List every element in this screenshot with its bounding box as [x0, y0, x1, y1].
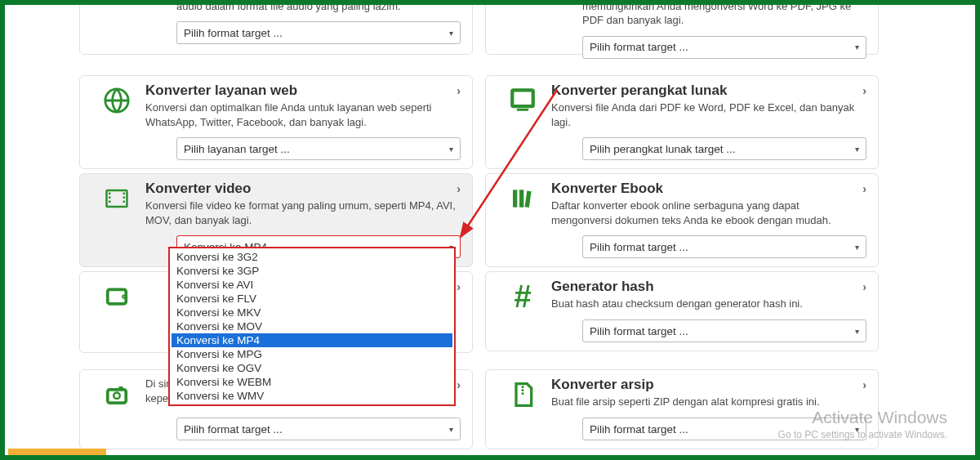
dropdown-option[interactable]: Konversi ke MKV — [172, 306, 452, 319]
dropdown-option[interactable]: Konversi ke WEBM — [172, 375, 452, 389]
select-label: Pilih format target ... — [590, 241, 688, 253]
books-icon — [506, 184, 539, 213]
card-desc: Konversi dan optimalkan file Anda untuk … — [145, 100, 456, 129]
svg-rect-5 — [109, 197, 111, 199]
card-desc: Konverter audio online serbaguna yang me… — [176, 0, 456, 13]
select-label: Pilih format target ... — [590, 423, 688, 435]
select-label: Pilih layanan target ... — [184, 143, 290, 155]
card-title: Konverter perangkat lunak — [551, 83, 862, 99]
svg-rect-12 — [525, 190, 532, 208]
hash-icon: # — [506, 282, 539, 311]
card-title: Generator hash — [551, 279, 862, 295]
svg-rect-8 — [123, 197, 126, 199]
select-label: Pilih format target ... — [184, 27, 283, 39]
card-desc: Konversi file video ke format yang palin… — [145, 199, 456, 227]
svg-rect-2 — [517, 109, 528, 111]
card-title: Konverter Ebook — [551, 181, 862, 197]
card-desc: Konversi file Anda dari PDF ke Word, PDF… — [551, 100, 862, 129]
chevron-right-icon: › — [862, 182, 866, 195]
svg-point-16 — [114, 393, 120, 400]
select-archive-format[interactable]: Pilih format target ... ▾ — [582, 418, 866, 440]
chevron-down-icon: ▾ — [855, 243, 859, 252]
dropdown-option[interactable]: Konversi ke AVI — [172, 278, 452, 292]
svg-rect-9 — [123, 201, 126, 203]
card-audio[interactable]: Konverter audio online serbaguna yang me… — [79, 0, 473, 55]
select-software[interactable]: Pilih perangkat lunak target ... ▾ — [582, 137, 866, 160]
svg-rect-4 — [109, 193, 111, 195]
chevron-right-icon: › — [457, 182, 461, 195]
chevron-right-icon: › — [862, 378, 866, 391]
card-desc: Pemilihan konverter dokumen gratis kami … — [582, 0, 862, 28]
card-ebook[interactable]: Konverter Ebook Daftar konverter ebook o… — [485, 173, 879, 267]
select-image-format[interactable]: Pilih format target ... ▾ — [176, 418, 461, 440]
tablet-icon — [100, 282, 133, 311]
svg-rect-10 — [513, 190, 517, 207]
dropdown-option[interactable]: Konversi ke MP4 — [172, 333, 452, 347]
dropdown-option[interactable]: Konversi ke FLV — [172, 292, 452, 306]
dropdown-option[interactable]: Konversi ke OGV — [172, 361, 452, 375]
svg-rect-11 — [519, 190, 523, 207]
chevron-down-icon: ▾ — [449, 29, 453, 38]
card-desc: Buat hash atau checksum dengan generator… — [551, 297, 862, 311]
software-icon — [506, 86, 539, 115]
select-label: Pilih format target ... — [590, 41, 688, 53]
svg-rect-15 — [108, 390, 127, 403]
chevron-right-icon: › — [457, 84, 461, 97]
svg-rect-17 — [119, 386, 123, 390]
archive-icon — [506, 380, 539, 409]
chevron-right-icon: › — [862, 280, 866, 293]
taskbar-highlight — [8, 449, 106, 455]
dropdown-option[interactable]: Konversi ke 3G2 — [172, 250, 452, 264]
select-document-format[interactable]: Pilih format target ... ▾ — [582, 36, 866, 59]
card-title: Konverter arsip — [551, 377, 862, 393]
card-hash[interactable]: # Generator hash Buat hash atau checksum… — [485, 271, 879, 351]
svg-rect-20 — [522, 392, 524, 395]
chevron-down-icon: ▾ — [855, 327, 859, 336]
chevron-right-icon: › — [457, 280, 461, 293]
select-web-service[interactable]: Pilih layanan target ... ▾ — [176, 137, 461, 160]
video-format-dropdown[interactable]: Konversi ke 3G2Konversi ke 3GPKonversi k… — [168, 247, 456, 406]
chevron-down-icon: ▾ — [449, 425, 453, 434]
card-software[interactable]: Konverter perangkat lunak Konversi file … — [485, 75, 879, 169]
chevron-right-icon: › — [862, 84, 866, 97]
card-desc: Buat file arsip seperti ZIP dengan alat … — [551, 395, 862, 409]
select-label: Pilih format target ... — [590, 325, 688, 337]
globe-icon — [100, 86, 133, 115]
svg-rect-19 — [522, 389, 524, 391]
camera-icon — [100, 380, 133, 409]
svg-rect-7 — [123, 193, 126, 195]
svg-rect-1 — [512, 90, 533, 106]
svg-point-14 — [123, 296, 125, 297]
card-title: Konverter layanan web — [145, 83, 456, 99]
chevron-down-icon: ▾ — [855, 42, 859, 51]
card-title: Konverter video — [145, 181, 456, 197]
select-audio-format[interactable]: Pilih format target ... ▾ — [176, 21, 461, 44]
select-hash-format[interactable]: Pilih format target ... ▾ — [582, 319, 866, 342]
card-archive[interactable]: Konverter arsip Buat file arsip seperti … — [485, 369, 879, 449]
film-icon — [100, 184, 133, 213]
card-document[interactable]: Pemilihan konverter dokumen gratis kami … — [485, 0, 879, 55]
card-web-service[interactable]: Konverter layanan web Konversi dan optim… — [79, 75, 473, 169]
svg-rect-6 — [109, 201, 111, 203]
select-label: Pilih format target ... — [184, 423, 283, 435]
dropdown-option[interactable]: Konversi ke WMV — [172, 389, 452, 403]
chevron-right-icon: › — [457, 378, 461, 391]
chevron-down-icon: ▾ — [855, 425, 859, 434]
dropdown-option[interactable]: Konversi ke 3GP — [172, 264, 452, 278]
dropdown-option[interactable]: Konversi ke MPG — [172, 347, 452, 361]
dropdown-option[interactable]: Konversi ke MOV — [172, 319, 452, 333]
select-ebook-format[interactable]: Pilih format target ... ▾ — [582, 235, 866, 258]
select-label: Pilih perangkat lunak target ... — [590, 143, 736, 155]
converter-grid: Konverter audio online serbaguna yang me… — [75, 0, 884, 458]
svg-rect-18 — [522, 386, 524, 388]
chevron-down-icon: ▾ — [855, 145, 859, 154]
card-desc: Daftar konverter ebook online serbaguna … — [551, 199, 862, 227]
chevron-down-icon: ▾ — [449, 145, 453, 154]
